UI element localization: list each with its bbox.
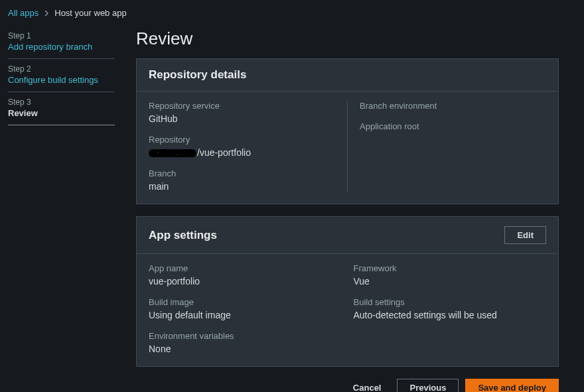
step-3: Step 3 Review <box>8 92 115 125</box>
field-value: main <box>149 181 335 192</box>
field-application-root: Application root <box>360 121 546 131</box>
field-repository-service: Repository service GitHub <box>149 101 335 124</box>
step-label: Add repository branch <box>8 42 115 52</box>
chevron-right-icon <box>44 10 49 17</box>
field-framework: Framework Vue <box>354 263 547 287</box>
main-content: Review Repository details Repository ser… <box>123 23 584 392</box>
step-label: Configure build settings <box>8 75 115 85</box>
step-number: Step 3 <box>8 98 115 107</box>
field-value: Auto-detected settings will be used <box>354 310 547 320</box>
field-label: Branch <box>149 168 335 178</box>
field-build-image: Build image Using default image <box>149 297 342 320</box>
field-label: Framework <box>354 263 547 273</box>
field-branch: Branch main <box>149 168 335 192</box>
page-title: Review <box>136 29 559 49</box>
field-value: vue-portfolio <box>149 276 342 287</box>
repo-suffix: /vue-portfolio <box>197 147 251 158</box>
field-env-vars: Environment variables None <box>149 331 342 354</box>
save-and-deploy-button[interactable]: Save and deploy <box>465 379 559 392</box>
wizard-sidebar: Step 1 Add repository branch Step 2 Conf… <box>0 23 123 392</box>
wizard-actions: Cancel Previous Save and deploy <box>136 379 559 392</box>
step-number: Step 2 <box>8 64 115 74</box>
field-value: Using default image <box>149 310 342 320</box>
repository-details-panel: Repository details Repository service Gi… <box>136 58 559 204</box>
field-branch-environment: Branch environment <box>360 101 546 111</box>
panel-title: App settings <box>149 229 217 242</box>
field-label: Build settings <box>354 297 547 307</box>
field-label: Branch environment <box>360 101 546 111</box>
step-number: Step 1 <box>8 31 115 40</box>
edit-button[interactable]: Edit <box>504 226 546 244</box>
breadcrumb-current: Host your web app <box>54 8 126 18</box>
step-label: Review <box>8 108 115 118</box>
breadcrumb-all-apps[interactable]: All apps <box>8 8 38 18</box>
field-value: GitHub <box>149 113 335 124</box>
field-value: /vue-portfolio <box>149 147 335 158</box>
redacted-owner <box>149 149 196 157</box>
field-label: Repository service <box>149 101 335 111</box>
field-label: Repository <box>149 135 335 145</box>
panel-title: Repository details <box>149 68 246 82</box>
field-app-name: App name vue-portfolio <box>149 263 342 287</box>
field-build-settings: Build settings Auto-detected settings wi… <box>354 297 547 320</box>
breadcrumb: All apps Host your web app <box>0 0 584 23</box>
field-label: Build image <box>149 297 342 307</box>
field-value: None <box>149 344 342 354</box>
step-1[interactable]: Step 1 Add repository branch <box>8 26 115 59</box>
step-2[interactable]: Step 2 Configure build settings <box>8 59 115 92</box>
field-label: Environment variables <box>149 331 342 341</box>
cancel-button[interactable]: Cancel <box>344 379 391 392</box>
field-label: Application root <box>360 121 546 131</box>
app-settings-panel: App settings Edit App name vue-portfolio… <box>136 216 559 367</box>
field-value: Vue <box>354 276 547 287</box>
previous-button[interactable]: Previous <box>397 379 459 392</box>
field-repository: Repository /vue-portfolio <box>149 135 335 158</box>
field-label: App name <box>149 263 342 273</box>
